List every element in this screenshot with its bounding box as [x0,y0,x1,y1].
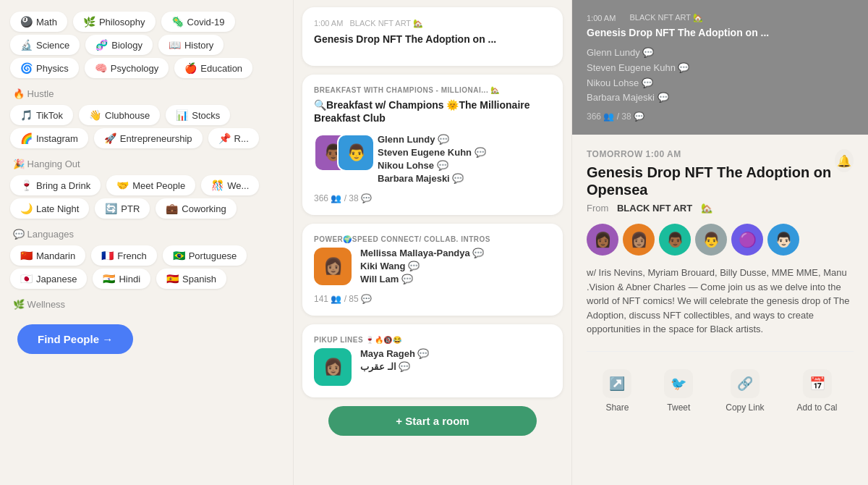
tag-late-night[interactable]: 🌙Late Night [10,198,89,219]
detail-time: TOMORROW 1:00 AM [587,149,835,159]
tag-entrepreneurship[interactable]: 🚀Entrepreneurship [94,128,203,148]
speaker-barbara: Barbara Majeski 💬 [378,173,551,184]
find-people-label: Find People → [38,333,113,345]
speaker-aqrab: الـ عقرب 💬 [360,361,551,372]
right-top-stats: 366 👥 / 38 💬 [587,111,854,122]
tag-portuguese[interactable]: 🇧🇷Portuguese [163,245,247,266]
speaker-names-breakfast: Glenn Lundy 💬 Steven Eugene Kuhn 💬 Nikou… [378,134,551,186]
calendar-icon: 📅 [803,369,832,398]
detail-avatar-3: 👨🏾 [659,224,691,256]
tag-japanese[interactable]: 🇯🇵Japanese [10,269,87,289]
room-club-breakfast: BREAKFAST WITH CHAMPIONS - MILLIONAI... … [314,86,551,94]
detail-avatar-4: 👨 [695,224,727,256]
room-card-genesis-top[interactable]: 1:00 AM BLACK NFT ART 🏡 Genesis Drop NFT… [302,7,563,66]
room-stats-breakfast: 366 👥 / 38 💬 [314,193,551,203]
room-club-pikup: Pikup lines 🍷🔥🔞😂 [314,336,551,344]
room-title-breakfast: 🔍Breakfast w/ Champions 🌞The Millionaire… [314,98,551,125]
speaker-names-power: Mellissa Mallaya-Pandya 💬 Kiki Wang 💬 Wi… [360,248,551,287]
speaker-nikou: Nikou Lohse 💬 [378,160,551,171]
middle-panel: 1:00 AM BLACK NFT ART 🏡 Genesis Drop NFT… [293,0,571,485]
room-card-breakfast[interactable]: BREAKFAST WITH CHAMPIONS - MILLIONAI... … [302,75,563,214]
find-people-button[interactable]: Find People → [17,324,133,354]
tag-stocks[interactable]: 📊Stocks [166,105,230,125]
tags-row-hustle: 🎵TikTok 👋Clubhouse 📊Stocks [10,105,283,125]
tag-french[interactable]: 🇫🇷French [91,245,156,266]
bell-button[interactable]: 🔔 [835,149,854,172]
room-speakers-breakfast: 👨🏾 👨 Glenn Lundy 💬 Steven Eugene Kuhn 💬 … [314,134,551,186]
room-speakers-pikup: 👩🏽 Maya Rageh 💬 الـ عقرب 💬 [314,348,551,386]
tags-row-hangout2: 🌙Late Night 🔄PTR 💼Coworking [10,198,283,219]
speaker-glen: Glenn Lundy 💬 [378,134,551,145]
detail-avatar-6: 👨🏻 [767,224,799,256]
add-to-cal-button[interactable]: 📅 Add to Cal [785,363,848,418]
tag-mandarin[interactable]: 🇨🇳Mandarin [10,245,85,266]
room-club-power: Power🌍Speed Connect/ Collab. Intros [314,235,551,243]
copy-link-button[interactable]: 🔗 Copy Link [714,363,775,418]
section-hangingout: 🎉 Hanging Out [13,159,283,169]
tags-row-languages2: 🇯🇵Japanese 🇮🇳Hindi 🇪🇸Spanish [10,269,283,289]
avatar-steven: 👨 [337,134,375,172]
from-label: From [587,203,608,214]
detail-actions: ↗️ Share 🐦 Tweet 🔗 Copy Link 📅 Add to Ca… [587,351,854,424]
right-top-speakers: Glenn Lundy 💬 Steven Eugene Kuhn 💬 Nikou… [587,46,854,106]
twitter-icon: 🐦 [664,369,693,398]
tags-row-hangout: 🍷Bring a Drink 🤝Meet People 🎊We... [10,175,283,195]
room-card-pikup[interactable]: Pikup lines 🍷🔥🔞😂 👩🏽 Maya Rageh 💬 الـ عقر… [302,324,563,397]
tag-physics[interactable]: 🌀Physics [10,58,79,78]
tags-row-physics: 🌀Physics 🧠Psychology 🍎Education [10,58,283,78]
tag-psychology[interactable]: 🧠Psychology [85,58,169,78]
speaker-kiki: Kiki Wang 💬 [360,261,551,271]
detail-avatar-2: 👩🏽 [623,224,655,256]
tags-row-academic: 🎱Math 🌿Philosophy 🦠Covid-19 [10,12,283,32]
avatar-maya: 👩🏽 [314,348,352,386]
tag-tiktok[interactable]: 🎵TikTok [10,105,73,125]
share-button[interactable]: ↗️ Share [591,363,643,418]
share-label: Share [605,402,629,413]
tweet-button[interactable]: 🐦 Tweet [652,363,705,418]
speaker-mellissa: Mellissa Mallaya-Pandya 💬 [360,248,551,258]
room-time-genesis: 1:00 AM BLACK NFT ART 🏡 [314,19,551,28]
share-icon: ↗️ [603,369,631,398]
detail-avatar-5: 🟣 [731,224,763,256]
tag-real-estate[interactable]: 📌R... [208,128,259,148]
detail-title: Genesis Drop NFT The Adoption on Opensea [587,164,835,198]
section-wellness: 🌿 Wellness [13,299,283,310]
tag-coworking[interactable]: 💼Coworking [156,198,236,219]
tag-science[interactable]: 🔬Science [10,35,80,55]
tag-welcome[interactable]: 🎊We... [201,175,259,195]
tag-ptr[interactable]: 🔄PTR [95,198,150,219]
right-top-title: Genesis Drop NFT The Adoption on ... [587,27,854,38]
tag-covid[interactable]: 🦠Covid-19 [161,12,235,32]
section-hustle: 🔥 Hustle [13,88,283,99]
tag-hindi[interactable]: 🇮🇳Hindi [93,269,150,289]
right-detail: TOMORROW 1:00 AM Genesis Drop NFT The Ad… [572,135,868,485]
tag-instagram[interactable]: 🌈Instagram [10,128,88,148]
section-languages: 💬 Languages [13,229,283,240]
tag-math[interactable]: 🎱Math [10,12,67,32]
left-panel: 🎱Math 🌿Philosophy 🦠Covid-19 🔬Science 🧬Bi… [0,0,293,485]
tag-bring-drink[interactable]: 🍷Bring a Drink [10,175,101,195]
link-icon: 🔗 [731,369,760,398]
detail-avatars: 👩🏾 👩🏽 👨🏾 👨 🟣 👨🏻 [587,224,854,256]
right-top-card: 1:00 AM BLACK NFT ART 🏡 Genesis Drop NFT… [572,0,868,135]
club-name: BLACK NFT ART [617,203,692,214]
detail-description: w/ Iris Nevins, Myriam Brouard, Billy Du… [587,266,854,337]
tag-history[interactable]: 📖History [158,35,224,55]
room-card-power[interactable]: Power🌍Speed Connect/ Collab. Intros 👩🏽 M… [302,224,563,316]
tag-clubhouse[interactable]: 👋Clubhouse [79,105,160,125]
tag-biology[interactable]: 🧬Biology [85,35,153,55]
tags-row-languages: 🇨🇳Mandarin 🇫🇷French 🇧🇷Portuguese [10,245,283,266]
tag-meet-people[interactable]: 🤝Meet People [106,175,195,195]
tag-education[interactable]: 🍎Education [174,58,252,78]
speaker-will: Will Lam 💬 [360,274,551,284]
tags-row-science: 🔬Science 🧬Biology 📖History [10,35,283,55]
tweet-label: Tweet [667,402,690,413]
right-top-time: 1:00 AM BLACK NFT ART 🏡 [587,13,854,22]
start-room-button[interactable]: + Start a room [328,406,537,436]
tags-row-hustle2: 🌈Instagram 🚀Entrepreneurship 📌R... [10,128,283,148]
tag-spanish[interactable]: 🇪🇸Spanish [156,269,226,289]
tag-philosophy[interactable]: 🌿Philosophy [73,12,156,32]
room-stats-power: 141 👥 / 85 💬 [314,294,551,304]
speaker-names-pikup: Maya Rageh 💬 الـ عقرب 💬 [360,348,551,386]
add-to-cal-label: Add to Cal [796,402,837,413]
